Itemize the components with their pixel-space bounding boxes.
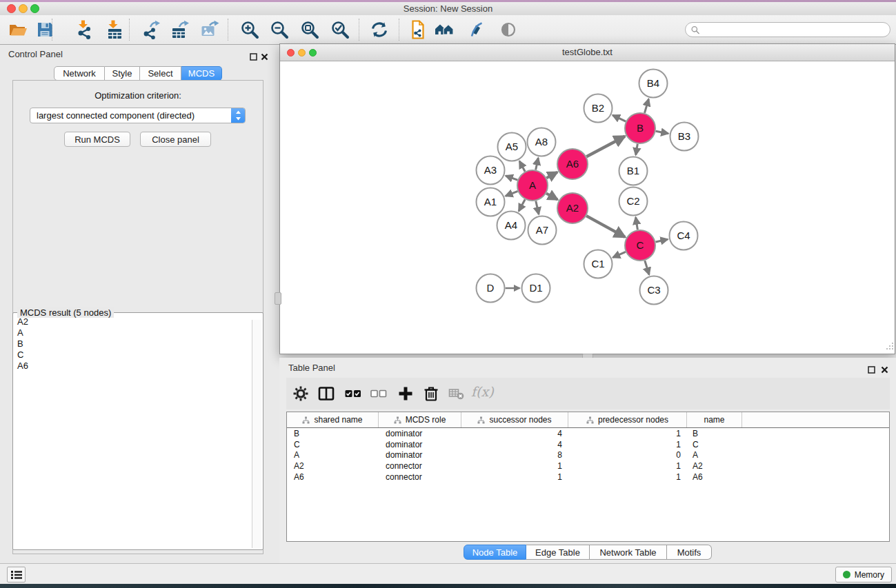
new-network-from-selection-icon[interactable] — [408, 20, 427, 39]
graph-node-D1[interactable]: D1 — [522, 274, 550, 303]
function-builder-fx-icon[interactable]: f(x) — [471, 384, 494, 399]
zoom-selected-icon[interactable] — [330, 20, 350, 39]
optimization-criterion-select[interactable]: largest connected component (directed) — [30, 108, 246, 123]
graph-node-B[interactable]: B — [625, 113, 655, 143]
memory-button[interactable]: Memory — [835, 567, 892, 582]
mcds-result-item[interactable]: A — [14, 327, 251, 338]
show-hide-eye-icon[interactable] — [499, 20, 518, 39]
graph-node-A4[interactable]: A4 — [497, 212, 526, 240]
zoom-in-icon[interactable] — [240, 20, 259, 39]
graph-node-B2[interactable]: B2 — [584, 94, 613, 123]
network-graph[interactable]: AA1A2A3A4A5A6A7A8BB1B2B3B4CC1C2C3C4DD1 — [280, 61, 895, 354]
graph-edge-A-A6[interactable] — [546, 172, 557, 178]
table-row[interactable]: A2connector11A2 — [287, 460, 889, 472]
graph-node-A5[interactable]: A5 — [498, 133, 526, 161]
float-table-panel-icon[interactable] — [868, 364, 875, 376]
graph-node-C3[interactable]: C3 — [640, 276, 668, 305]
graph-edge-C-C1[interactable] — [613, 252, 626, 257]
graph-node-B1[interactable]: B1 — [619, 157, 648, 185]
graph-edge-C-C4[interactable] — [656, 239, 668, 242]
graph-node-D[interactable]: D — [477, 274, 505, 303]
close-table-panel-icon[interactable] — [881, 364, 888, 376]
graph-node-B3[interactable]: B3 — [670, 123, 699, 151]
column-header[interactable]: MCDS role — [379, 412, 461, 427]
graph-node-A6[interactable]: A6 — [557, 149, 588, 179]
mcds-result-item[interactable]: C — [14, 349, 251, 360]
table-settings-gear-icon[interactable] — [292, 385, 309, 402]
hide-graphics-details-icon[interactable] — [467, 20, 486, 39]
zoom-out-icon[interactable] — [270, 20, 289, 39]
graph-edge-A-A8[interactable] — [536, 158, 539, 170]
graph-edge-A-A7[interactable] — [536, 201, 539, 215]
run-mcds-button[interactable]: Run MCDS — [64, 132, 130, 147]
graph-node-A3[interactable]: A3 — [477, 156, 505, 185]
open-file-icon[interactable] — [8, 20, 28, 39]
graph-node-A7[interactable]: A7 — [528, 216, 557, 245]
graph-node-A2[interactable]: A2 — [557, 193, 588, 223]
export-table-icon[interactable] — [170, 20, 190, 39]
tab-select[interactable]: Select — [140, 66, 181, 81]
select-all-icon[interactable] — [345, 385, 361, 402]
graph-node-A1[interactable]: A1 — [477, 188, 505, 216]
delete-table-icon[interactable] — [448, 385, 465, 402]
task-history-button[interactable] — [7, 567, 26, 582]
search-field[interactable] — [685, 22, 890, 37]
network-window-titlebar[interactable]: testGlobe.txt — [280, 44, 895, 61]
toggle-column-view-icon[interactable] — [318, 385, 335, 402]
graph-node-B4[interactable]: B4 — [639, 70, 668, 98]
tab-network[interactable]: Network — [54, 66, 105, 81]
tab-node-table[interactable]: Node Table — [464, 545, 526, 560]
delete-column-trash-icon[interactable] — [423, 385, 439, 402]
graph-edge-A-A1[interactable] — [506, 191, 518, 196]
tab-mcds[interactable]: MCDS — [181, 66, 222, 81]
tab-edge-table[interactable]: Edge Table — [526, 545, 590, 560]
graph-edge-A6-B[interactable] — [586, 136, 625, 157]
tab-style[interactable]: Style — [105, 66, 140, 81]
import-network-icon[interactable] — [75, 20, 94, 39]
float-panel-icon[interactable] — [250, 51, 257, 63]
column-header[interactable]: shared name — [287, 412, 379, 427]
graph-edge-A-A5[interactable] — [519, 161, 525, 172]
resize-grip-icon[interactable] — [886, 341, 894, 353]
export-network-icon[interactable] — [141, 20, 161, 39]
graph-edge-C-C2[interactable] — [636, 217, 638, 230]
graph-edge-A-A4[interactable] — [519, 199, 525, 211]
close-panel-icon[interactable] — [261, 51, 268, 63]
graph-edge-B-B4[interactable] — [645, 99, 649, 113]
column-header[interactable]: predecessor nodes — [568, 412, 687, 427]
mcds-result-item[interactable]: B — [14, 338, 251, 349]
graph-edge-C-C3[interactable] — [645, 261, 649, 275]
graph-node-C2[interactable]: C2 — [619, 187, 648, 216]
tab-network-table[interactable]: Network Table — [590, 545, 667, 560]
add-column-icon[interactable] — [397, 385, 414, 402]
close-panel-button[interactable]: Close panel — [140, 132, 211, 147]
column-header[interactable]: successor nodes — [461, 412, 568, 427]
table-row[interactable]: Bdominator41B — [287, 428, 889, 439]
graph-edge-B-B2[interactable] — [613, 115, 626, 121]
result-list-scrollbar[interactable] — [252, 320, 261, 548]
deselect-all-icon[interactable] — [370, 385, 387, 402]
vertical-splitter-handle[interactable] — [275, 292, 281, 305]
first-neighbors-homes-icon[interactable] — [435, 20, 454, 39]
table-row[interactable]: A6connector11A6 — [287, 472, 889, 483]
tab-motifs[interactable]: Motifs — [667, 545, 712, 560]
graph-edge-A-A3[interactable] — [506, 176, 517, 180]
table-row[interactable]: Cdominator41C — [287, 439, 889, 450]
graph-node-C1[interactable]: C1 — [584, 250, 613, 278]
search-input[interactable] — [703, 24, 884, 36]
table-row[interactable]: Adominator80A — [287, 450, 889, 461]
graph-edge-B-B1[interactable] — [636, 144, 638, 155]
import-table-icon[interactable] — [105, 20, 124, 39]
graph-edge-A-A2[interactable] — [546, 193, 557, 199]
graph-node-A8[interactable]: A8 — [528, 128, 556, 156]
graph-edge-A2-C[interactable] — [586, 216, 625, 237]
zoom-actual-size-icon[interactable] — [300, 20, 319, 39]
graph-node-C4[interactable]: C4 — [670, 222, 698, 250]
mcds-result-item[interactable]: A2 — [14, 316, 251, 327]
column-header[interactable]: name — [687, 412, 742, 427]
graph-node-C[interactable]: C — [625, 230, 655, 261]
mcds-result-item[interactable]: A6 — [14, 360, 251, 371]
export-image-icon[interactable] — [200, 20, 219, 39]
refresh-icon[interactable] — [370, 20, 389, 39]
graph-node-A[interactable]: A — [517, 170, 548, 201]
